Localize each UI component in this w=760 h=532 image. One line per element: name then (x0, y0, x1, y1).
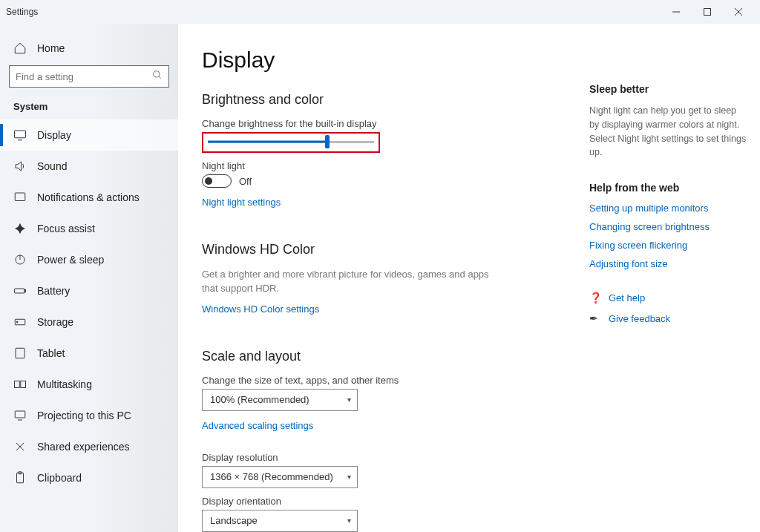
get-help-link[interactable]: Get help (609, 292, 645, 303)
sleep-better-text: Night light can help you get to sleep by… (589, 104, 747, 160)
tablet-icon (13, 347, 27, 360)
night-light-state: Off (239, 176, 252, 187)
scale-heading: Scale and layout (202, 349, 560, 364)
scale-size-dropdown[interactable]: 100% (Recommended) ▾ (202, 389, 358, 411)
nav-focus-assist[interactable]: Focus assist (0, 213, 178, 244)
shared-icon (13, 440, 27, 453)
nav-label: Battery (37, 285, 70, 297)
home-icon (13, 42, 27, 55)
feedback-icon: ✒ (589, 312, 601, 324)
titlebar: Settings (0, 0, 760, 24)
window-title: Settings (6, 7, 661, 17)
close-button[interactable] (723, 1, 754, 22)
chevron-down-icon: ▾ (347, 516, 351, 525)
svg-rect-16 (15, 381, 20, 388)
svg-rect-1 (704, 9, 711, 16)
projecting-icon (13, 409, 27, 422)
search-icon (152, 70, 163, 83)
nav-projecting[interactable]: Projecting to this PC (0, 400, 178, 431)
scale-size-value: 100% (Recommended) (210, 394, 309, 405)
svg-rect-6 (15, 131, 26, 138)
svg-point-4 (154, 71, 160, 77)
home-label: Home (37, 42, 65, 54)
focus-icon (13, 222, 27, 235)
resolution-value: 1366 × 768 (Recommended) (210, 471, 333, 482)
help-link-brightness[interactable]: Changing screen brightness (589, 221, 747, 232)
orientation-dropdown[interactable]: Landscape ▾ (202, 510, 358, 532)
hd-desc: Get a brighter and more vibrant picture … (202, 268, 499, 296)
svg-rect-21 (17, 473, 24, 483)
nav-tablet[interactable]: Tablet (0, 338, 178, 369)
svg-rect-17 (21, 381, 26, 388)
hd-settings-link[interactable]: Windows HD Color settings (202, 303, 319, 315)
nav-list: Display Sound Notifications & actions Fo… (0, 119, 178, 493)
get-help-row[interactable]: ❓ Get help (589, 292, 747, 303)
brightness-heading: Brightness and color (202, 92, 560, 108)
night-light-toggle[interactable] (202, 174, 232, 188)
nav-label: Multitasking (37, 378, 92, 390)
feedback-row[interactable]: ✒ Give feedback (589, 312, 747, 324)
nav-storage[interactable]: Storage (0, 306, 178, 338)
nav-power-sleep[interactable]: Power & sleep (0, 244, 178, 275)
help-link-flickering[interactable]: Fixing screen flickering (589, 240, 747, 251)
scale-size-label: Change the size of text, apps, and other… (202, 375, 560, 386)
nav-label: Power & sleep (37, 254, 104, 266)
aside-panel: Sleep better Night light can help you ge… (589, 24, 760, 532)
power-icon (13, 253, 27, 266)
night-light-settings-link[interactable]: Night light settings (202, 197, 281, 208)
brightness-slider-label: Change brightness for the built-in displ… (202, 118, 560, 129)
svg-rect-15 (16, 348, 24, 358)
sound-icon (13, 160, 27, 173)
nav-display[interactable]: Display (0, 119, 178, 151)
settings-panel: Display Brightness and color Change brig… (178, 24, 589, 532)
help-link-font-size[interactable]: Adjusting font size (589, 258, 747, 269)
svg-rect-18 (15, 411, 25, 418)
nav-label: Tablet (37, 347, 65, 359)
svg-point-14 (16, 321, 18, 323)
nav-label: Notifications & actions (37, 191, 140, 203)
nav-notifications[interactable]: Notifications & actions (0, 182, 178, 213)
nav-battery[interactable]: Battery (0, 275, 178, 306)
night-light-label: Night light (202, 160, 560, 171)
battery-icon (13, 284, 27, 298)
search-input[interactable] (9, 65, 169, 88)
brightness-slider-highlight (202, 132, 380, 153)
svg-rect-12 (24, 290, 26, 292)
sidebar-section: System (0, 101, 178, 119)
sidebar: Home System Display Sound Notifications … (0, 24, 178, 532)
sleep-better-heading: Sleep better (589, 83, 747, 95)
brightness-slider[interactable] (208, 137, 374, 147)
page-title: Display (202, 47, 560, 73)
multitasking-icon (13, 378, 27, 391)
help-icon: ❓ (589, 292, 601, 303)
svg-rect-8 (15, 193, 25, 201)
clipboard-icon (13, 471, 27, 485)
nav-label: Storage (37, 316, 73, 328)
storage-icon (13, 315, 27, 329)
feedback-link[interactable]: Give feedback (609, 313, 670, 324)
nav-label: Clipboard (37, 472, 82, 484)
nav-label: Display (37, 129, 71, 141)
svg-line-5 (159, 76, 161, 79)
search-field[interactable] (16, 71, 152, 82)
display-icon (13, 128, 27, 142)
advanced-scaling-link[interactable]: Advanced scaling settings (202, 420, 313, 431)
resolution-label: Display resolution (202, 452, 560, 463)
nav-label: Focus assist (37, 223, 95, 234)
chevron-down-icon: ▾ (347, 395, 351, 404)
home-button[interactable]: Home (0, 37, 178, 65)
svg-rect-11 (15, 289, 25, 293)
maximize-button[interactable] (692, 1, 723, 22)
orientation-label: Display orientation (202, 496, 560, 507)
chevron-down-icon: ▾ (347, 473, 351, 481)
nav-multitasking[interactable]: Multitasking (0, 369, 178, 400)
orientation-value: Landscape (210, 515, 258, 526)
nav-sound[interactable]: Sound (0, 151, 178, 182)
resolution-dropdown[interactable]: 1366 × 768 (Recommended) ▾ (202, 466, 358, 488)
minimize-button[interactable] (661, 1, 692, 22)
window-controls (661, 1, 754, 22)
help-web-heading: Help from the web (589, 182, 747, 194)
nav-clipboard[interactable]: Clipboard (0, 462, 178, 493)
help-link-multiple-monitors[interactable]: Setting up multiple monitors (589, 203, 747, 214)
nav-shared-experiences[interactable]: Shared experiences (0, 431, 178, 462)
